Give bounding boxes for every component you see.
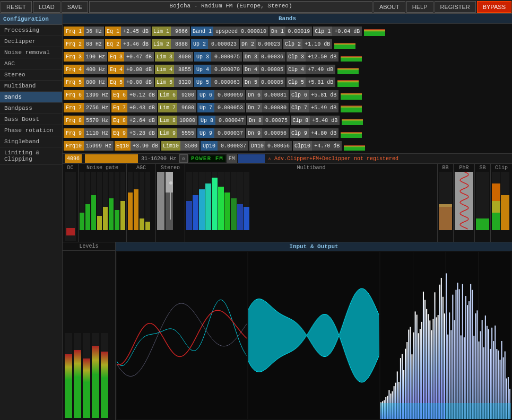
clp-label[interactable]: Clp 1 bbox=[313, 27, 332, 36]
agc-meter: AGC bbox=[127, 164, 156, 242]
clp-label[interactable]: Clp 2 bbox=[283, 39, 302, 49]
ng-bar bbox=[91, 172, 96, 230]
sidebar-item-bandpass[interactable]: Bandpass bbox=[0, 103, 62, 114]
eq-label[interactable]: Eq 9 bbox=[111, 128, 127, 138]
dc-red-fill bbox=[66, 228, 75, 235]
level-bar bbox=[92, 333, 99, 418]
lim-label[interactable]: Lim 7 bbox=[158, 103, 177, 112]
dn-label[interactable]: Dn 4 bbox=[243, 65, 259, 74]
up-label[interactable]: Up 8 bbox=[198, 116, 215, 125]
eq-label[interactable]: Eq 1 bbox=[105, 27, 121, 36]
clp-label[interactable]: Clp 5 bbox=[287, 77, 306, 87]
app-container: RESET LOAD SAVE Bojcha - Radium FM (Euro… bbox=[0, 0, 512, 420]
dn-label[interactable]: Dn 3 bbox=[243, 52, 259, 62]
eq-value: +0.00 dB bbox=[124, 65, 154, 74]
phr-meter: PhR bbox=[454, 164, 475, 242]
main-content: Configuration Processing Declipper Noise… bbox=[0, 14, 512, 420]
status-bar-2 bbox=[238, 154, 265, 163]
frq-label[interactable]: Frq 4 bbox=[64, 65, 84, 74]
frq-label[interactable]: Frq10 bbox=[64, 141, 84, 151]
lim-label[interactable]: Lim 1 bbox=[152, 27, 171, 36]
clp-label[interactable]: Clp 6 bbox=[290, 90, 309, 100]
eq-label[interactable]: Eq 3 bbox=[108, 52, 124, 62]
table-row: Frq 288 Hz Eq 2+3.46 dB Lim 28888 Up 20.… bbox=[64, 38, 511, 50]
eq-label[interactable]: Eq 6 bbox=[111, 90, 127, 100]
clp-label[interactable]: Clp 9 bbox=[290, 128, 309, 138]
lim-label[interactable]: Lim 3 bbox=[155, 52, 174, 62]
table-row: Frq 3190 Hz Eq 3+0.47 dB Lim 38600 Up 30… bbox=[64, 51, 511, 63]
up-label[interactable]: Up 6 bbox=[197, 90, 214, 100]
top-menu: RESET LOAD SAVE Bojcha - Radium FM (Euro… bbox=[0, 0, 512, 14]
load-button[interactable]: LOAD bbox=[33, 1, 60, 13]
ng-bar bbox=[97, 172, 102, 230]
clp-value: +12.50 dB bbox=[306, 52, 339, 62]
lim-label[interactable]: Lim 2 bbox=[152, 39, 171, 49]
right-panel: Bands Frq 136 Hz Eq 1+2.45 dB Lim 19666 … bbox=[63, 14, 512, 420]
frq-label[interactable]: Frq 1 bbox=[64, 27, 84, 36]
sidebar-item-noise-removal[interactable]: Noise removal bbox=[0, 47, 62, 58]
up-label[interactable]: Up 3 bbox=[194, 52, 211, 62]
sidebar-item-limiting-clipping[interactable]: Limiting & Clipping bbox=[0, 147, 62, 165]
lim-label[interactable]: Lim 8 bbox=[158, 116, 177, 125]
sidebar-item-multiband[interactable]: Multiband bbox=[0, 81, 62, 92]
clp-label[interactable]: Clp10 bbox=[293, 141, 312, 151]
bypass-button[interactable]: BYPASS bbox=[477, 1, 511, 13]
sidebar-item-bands[interactable]: Bands bbox=[0, 92, 62, 103]
up-label[interactable]: Up 9 bbox=[197, 128, 214, 138]
lim-label[interactable]: Lim 5 bbox=[155, 77, 174, 87]
help-button[interactable]: HELP bbox=[406, 1, 433, 13]
lim-label[interactable]: Lim 9 bbox=[158, 128, 177, 138]
dn-label[interactable]: Dn10 bbox=[249, 141, 265, 151]
clp-label[interactable]: Clp 4 bbox=[287, 65, 306, 74]
eq-label[interactable]: Eq 5 bbox=[108, 77, 124, 87]
sidebar-item-bass-boost[interactable]: Bass Boost bbox=[0, 114, 62, 125]
dn-label[interactable]: Dn 1 bbox=[270, 27, 285, 36]
reset-button[interactable]: RESET bbox=[1, 1, 32, 13]
up-label[interactable]: Up 2 bbox=[191, 39, 208, 49]
table-row: Frq 85570 Hz Eq 8+2.64 dB Lim 810000 Up … bbox=[64, 115, 511, 126]
frq-label[interactable]: Frq 9 bbox=[64, 128, 84, 138]
dn-label[interactable]: Dn 9 bbox=[246, 128, 262, 138]
eq-label[interactable]: Eq10 bbox=[115, 141, 131, 151]
agc-bar bbox=[134, 172, 138, 230]
sidebar-item-processing[interactable]: Processing bbox=[0, 25, 62, 36]
dn-value: 0.00019 bbox=[285, 27, 312, 36]
frq-label[interactable]: Frq 6 bbox=[64, 90, 84, 100]
frq-label[interactable]: Frq 8 bbox=[64, 116, 84, 125]
clp-label[interactable]: Clp 7 bbox=[290, 103, 309, 112]
sidebar-item-phase-rotation[interactable]: Phase rotation bbox=[0, 125, 62, 136]
frq-label[interactable]: Frq 7 bbox=[64, 103, 84, 112]
lim-label[interactable]: Lim10 bbox=[161, 141, 180, 151]
dn-label[interactable]: Dn 6 bbox=[246, 90, 262, 100]
clp-label[interactable]: Clp 3 bbox=[287, 52, 306, 62]
band-meter bbox=[341, 128, 362, 138]
dn-label[interactable]: Dn 5 bbox=[243, 77, 259, 87]
clp-label[interactable]: Clp 8 bbox=[291, 116, 310, 125]
ng-bar bbox=[109, 172, 114, 230]
save-button[interactable]: SAVE bbox=[62, 1, 89, 13]
register-button[interactable]: REGISTER bbox=[435, 1, 476, 13]
up-label[interactable]: Up 5 bbox=[194, 77, 211, 87]
spectrum-canvas bbox=[380, 252, 511, 419]
dn-label[interactable]: Dn 2 bbox=[240, 39, 256, 49]
sidebar-item-stereo[interactable]: Stereo bbox=[0, 69, 62, 81]
eq-label[interactable]: Eq 4 bbox=[108, 65, 124, 74]
frq-label[interactable]: Frq 2 bbox=[64, 39, 84, 49]
sidebar-item-agc[interactable]: AGC bbox=[0, 58, 62, 69]
eq-label[interactable]: Eq 8 bbox=[111, 116, 127, 125]
dn-label[interactable]: Dn 7 bbox=[246, 103, 262, 112]
frq-label[interactable]: Frq 3 bbox=[64, 52, 84, 62]
up-label[interactable]: Up 7 bbox=[197, 103, 214, 112]
sidebar-item-declipper[interactable]: Declipper bbox=[0, 36, 62, 47]
up-label[interactable]: Up 4 bbox=[194, 65, 211, 74]
band-label[interactable]: Band 1 bbox=[191, 27, 213, 36]
dn-label[interactable]: Dn 8 bbox=[247, 116, 263, 125]
eq-label[interactable]: Eq 7 bbox=[111, 103, 127, 112]
about-button[interactable]: ABOUT bbox=[374, 1, 405, 13]
up-label[interactable]: Up10 bbox=[201, 141, 218, 151]
sidebar-item-singleband[interactable]: Singleband bbox=[0, 136, 62, 147]
lim-label[interactable]: Lim 6 bbox=[158, 90, 177, 100]
eq-label[interactable]: Eq 2 bbox=[105, 39, 121, 49]
frq-label[interactable]: Frq 5 bbox=[64, 77, 84, 87]
lim-label[interactable]: Lim 4 bbox=[155, 65, 174, 74]
